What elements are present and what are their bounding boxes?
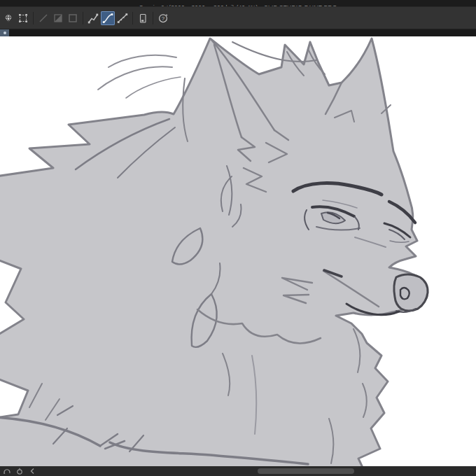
half-filled-square-icon: [52, 13, 64, 24]
rotate-arc-icon: [3, 468, 11, 475]
nose: [394, 274, 428, 311]
stray-fur-strands: [98, 55, 181, 98]
panel-document-button[interactable]: [136, 11, 150, 25]
polyline-nodes-tool-button[interactable]: [86, 11, 100, 25]
help-button[interactable]: ?: [156, 11, 170, 25]
statusbar: [0, 466, 476, 476]
drawing-canvas[interactable]: [0, 36, 476, 466]
rotate-view-button[interactable]: [2, 468, 11, 475]
half-filled-square-tool-button[interactable]: [51, 11, 65, 25]
collapse-button[interactable]: [27, 468, 36, 475]
smooth-curve-icon: [102, 13, 113, 24]
straight-line-tool-button[interactable]: [36, 11, 50, 25]
reset-view-button[interactable]: [15, 468, 24, 475]
wolf-artwork: [0, 36, 476, 466]
transform-frame-icon: [18, 13, 29, 24]
command-toolbar: ?: [0, 6, 476, 29]
help-icon: ?: [158, 13, 169, 24]
canvas-tabstrip: [0, 29, 476, 36]
diagonal-line-icon: [38, 13, 49, 24]
square-outline-tool-button[interactable]: [66, 11, 80, 25]
toolbar-divider: [83, 12, 83, 24]
svg-text:?: ?: [162, 15, 165, 22]
toolbar-divider: [132, 12, 133, 24]
toolbar-divider: [33, 12, 34, 24]
diamond-icon: [3, 13, 14, 24]
canvas-tab[interactable]: [0, 29, 9, 36]
reset-rotation-icon: [15, 468, 24, 475]
polyline-nodes-icon: [88, 13, 99, 24]
square-outline-icon: [67, 13, 78, 24]
transform-frame-tool-button[interactable]: [16, 11, 30, 25]
line-with-nodes-icon: [117, 13, 128, 24]
window-titlebar: Cassius2 *(3000 x 3000px 300dpi) (40.4%)…: [0, 0, 476, 6]
canvas-tab-icon: [4, 31, 6, 34]
wolf-silhouette: [0, 38, 428, 466]
diamond-gem-tool-button[interactable]: [1, 11, 15, 25]
toolbar-divider: [153, 12, 153, 24]
panel-document-icon: [137, 13, 148, 24]
line-with-nodes-tool-button[interactable]: [115, 11, 130, 25]
horizontal-scrollbar-thumb[interactable]: [258, 468, 354, 474]
chevron-left-icon: [29, 468, 35, 475]
smooth-curve-tool-button[interactable]: [101, 11, 115, 25]
